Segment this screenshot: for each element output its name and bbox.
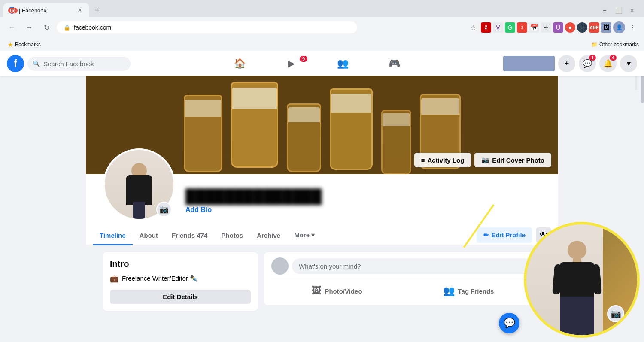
- tab-photos-label: Photos: [221, 232, 243, 239]
- chevron-down-icon: ▾: [311, 231, 315, 239]
- tab-favicon: f (5): [9, 7, 15, 14]
- people-icon: 👥: [337, 58, 349, 69]
- profile-content: Intro 💼 Freelance Writer/Editor ✒️ Edit …: [86, 245, 558, 324]
- active-tab[interactable]: f (5) | Facebook ×: [3, 3, 89, 17]
- tab-timeline[interactable]: Timeline: [93, 225, 133, 245]
- window-controls: − ⬜ ×: [599, 5, 641, 15]
- intro-job-text: Freelance Writer/Editor ✒️: [122, 275, 198, 282]
- profile-ext-icon[interactable]: 👤: [613, 21, 625, 33]
- nav-people[interactable]: 👥: [318, 53, 368, 74]
- back-btn[interactable]: ←: [5, 21, 19, 34]
- ext-green-icon[interactable]: G: [505, 22, 515, 33]
- chat-fab-icon: 💬: [504, 318, 515, 329]
- url-text: facebook.com: [74, 24, 111, 31]
- post-actions: 🖼 Photo/Video 👥 Tag Friends: [271, 278, 534, 300]
- notification-btn[interactable]: 🔔 4: [599, 55, 617, 72]
- menu-badge: 4: [610, 55, 617, 61]
- fb-header-actions: + 💬 1 🔔 4 ▾: [503, 55, 637, 72]
- ext-badge2-icon[interactable]: 3: [517, 22, 527, 33]
- zoom-circle: 📷: [524, 222, 640, 338]
- other-bookmarks-label: Other bookmarks: [599, 42, 639, 48]
- ext-photo-icon[interactable]: 🖼: [601, 22, 611, 33]
- tab-friends[interactable]: Friends 474: [165, 225, 214, 245]
- other-bookmarks-item[interactable]: 📁 Other bookmarks: [591, 42, 639, 48]
- ext-circle-icon[interactable]: ●: [565, 22, 575, 33]
- intro-card: Intro 💼 Freelance Writer/Editor ✒️ Edit …: [103, 252, 258, 311]
- tab-about[interactable]: About: [133, 225, 165, 245]
- fb-search-bar[interactable]: 🔍 Search Facebook: [27, 57, 131, 71]
- edit-details-btn[interactable]: Edit Details: [110, 290, 251, 304]
- ext-badge-icon[interactable]: 2: [481, 22, 491, 33]
- profile-name-area: ██████████████ Add Bio: [185, 188, 541, 214]
- notification-badge: 1: [589, 55, 596, 61]
- nav-video[interactable]: ▶ 9: [266, 53, 316, 74]
- toolbar-icons: ☆ 2 V G 3 📅 ✒ U ● ○ ABP 🖼 👤 ⋮: [467, 21, 639, 33]
- facebook-app: f 🔍 Search Facebook 🏠 ▶ 9 👥 🎮 +: [0, 51, 644, 342]
- ext-dark-icon[interactable]: ○: [577, 22, 587, 33]
- fb-logo[interactable]: f: [7, 55, 24, 72]
- url-bar[interactable]: 🔒 facebook.com: [57, 21, 357, 33]
- profile-avatar-area: 📷 ██████████████ Add Bio: [86, 148, 558, 221]
- ext-pen-icon[interactable]: ✒: [541, 22, 551, 33]
- cover-photo-container: ≡ Activity Log 📷 Edit Cover Photo: [86, 76, 558, 245]
- scrollbar[interactable]: [641, 76, 644, 342]
- post-input[interactable]: What's on your mind?: [292, 258, 534, 274]
- gaming-icon: 🎮: [389, 58, 400, 69]
- forward-btn[interactable]: →: [22, 21, 36, 34]
- tab-photos[interactable]: Photos: [214, 225, 250, 245]
- profile-camera-btn[interactable]: 📷: [156, 202, 172, 217]
- profile-name: ██████████████: [185, 188, 541, 204]
- maximize-btn[interactable]: ⬜: [613, 5, 623, 15]
- bookmarks-item[interactable]: ★ Bookmarks: [5, 40, 43, 49]
- photo-video-icon: 🖼: [312, 285, 321, 297]
- tab-more[interactable]: More ▾: [287, 224, 322, 245]
- photo-video-label: Photo/Video: [325, 288, 362, 295]
- messenger-btn[interactable]: 💬 1: [579, 55, 596, 72]
- search-placeholder: Search Facebook: [43, 60, 94, 67]
- add-btn[interactable]: +: [558, 55, 575, 72]
- bookmark-star-icon: ★: [8, 41, 13, 48]
- tab-archive[interactable]: Archive: [250, 225, 287, 245]
- friends-count: 474: [197, 232, 207, 239]
- nav-home[interactable]: 🏠: [215, 53, 264, 74]
- more-options-btn[interactable]: ⋮: [627, 21, 639, 33]
- edit-pencil-icon: ✏: [483, 231, 489, 239]
- chat-fab[interactable]: 💬: [499, 313, 519, 333]
- tab-bar: f (5) | Facebook × + − ⬜ ×: [0, 0, 644, 17]
- content-left: Intro 💼 Freelance Writer/Editor ✒️ Edit …: [103, 252, 258, 318]
- folder-icon: 📁: [591, 42, 598, 48]
- add-bio-btn[interactable]: Add Bio: [185, 206, 541, 214]
- post-placeholder: What's on your mind?: [299, 263, 361, 270]
- refresh-btn[interactable]: ↻: [39, 21, 53, 34]
- tag-friends-btn[interactable]: 👥 Tag Friends: [403, 282, 534, 300]
- intro-job-item: 💼 Freelance Writer/Editor ✒️: [110, 274, 251, 283]
- tag-friends-icon: 👥: [443, 285, 455, 297]
- fb-header: f 🔍 Search Facebook 🏠 ▶ 9 👥 🎮 +: [0, 51, 644, 76]
- tab-close-btn[interactable]: ×: [76, 6, 84, 15]
- bookmarks-label: Bookmarks: [15, 42, 41, 48]
- profile-info-section: 📷 ██████████████ Add Bio Timeline About: [86, 148, 558, 245]
- profile-avatar-wrapper: 📷: [103, 148, 175, 221]
- ext-abp-icon[interactable]: ABP: [589, 22, 599, 33]
- camera-overlay-icon: 📷: [159, 205, 169, 214]
- ext-u-icon[interactable]: U: [553, 22, 563, 33]
- new-tab-btn[interactable]: +: [91, 4, 103, 16]
- ext-calendar-icon[interactable]: 📅: [529, 22, 539, 33]
- star-btn[interactable]: ☆: [467, 21, 479, 33]
- scroll-thumb[interactable]: [641, 76, 644, 103]
- minimize-btn[interactable]: −: [599, 5, 610, 15]
- profile-nav-item[interactable]: [503, 56, 555, 71]
- content-right: What's on your mind? 🖼 Photo/Video 👥 Tag…: [264, 252, 541, 318]
- edit-profile-btn[interactable]: ✏ Edit Profile: [477, 227, 532, 243]
- nav-gaming[interactable]: 🎮: [369, 53, 419, 74]
- photo-video-btn[interactable]: 🖼 Photo/Video: [271, 282, 403, 300]
- tab-about-label: About: [140, 232, 158, 239]
- zoom-camera-icon: 📷: [607, 305, 624, 322]
- search-icon: 🔍: [33, 60, 40, 67]
- menu-btn[interactable]: ▾: [620, 55, 637, 72]
- close-btn[interactable]: ×: [627, 5, 637, 15]
- profile-content-wrapper: Intro 💼 Freelance Writer/Editor ✒️ Edit …: [86, 245, 558, 324]
- browser-chrome: f (5) | Facebook × + − ⬜ × ← → ↻ 🔒 faceb…: [0, 0, 644, 51]
- edit-profile-label: Edit Profile: [492, 231, 526, 239]
- ext-v-icon[interactable]: V: [493, 22, 503, 33]
